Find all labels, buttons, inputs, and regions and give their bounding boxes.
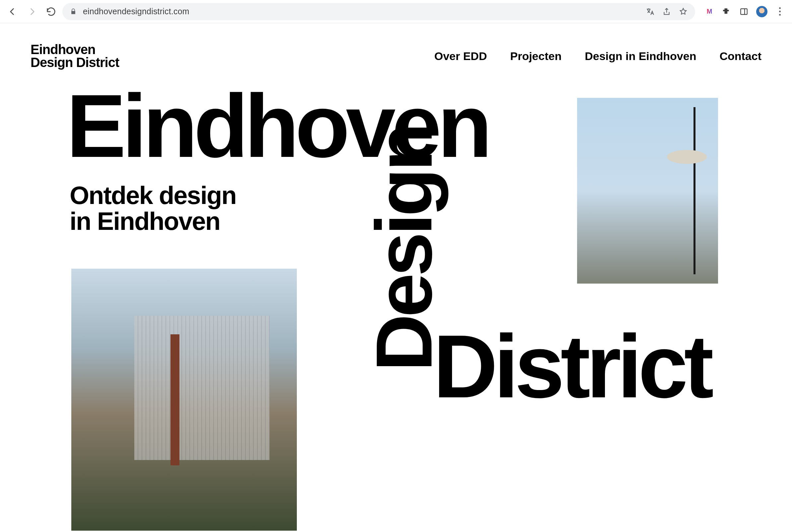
arrow-left-icon <box>7 7 18 17</box>
lock-icon <box>70 8 77 15</box>
share-icon[interactable] <box>662 7 671 16</box>
nav-buttons <box>7 6 56 17</box>
hero-image-buildings <box>71 269 297 531</box>
main-nav: Over EDD Projecten Design in Eindhoven C… <box>434 50 762 63</box>
url-text: eindhovendesigndistrict.com <box>83 7 639 16</box>
nav-over-edd[interactable]: Over EDD <box>434 50 487 63</box>
page-content: Eindhoven Design District Over EDD Proje… <box>0 23 792 532</box>
browser-menu-button[interactable] <box>775 7 785 17</box>
reload-icon <box>46 7 56 17</box>
logo-line-2: Design District <box>31 56 119 69</box>
profile-avatar[interactable] <box>756 6 768 17</box>
browser-chrome: eindhovendesigndistrict.com M <box>0 0 792 23</box>
reload-button[interactable] <box>46 6 56 17</box>
side-panel-icon[interactable] <box>739 7 749 17</box>
nav-projecten[interactable]: Projecten <box>510 50 561 63</box>
site-header: Eindhoven Design District Over EDD Proje… <box>31 43 761 69</box>
hero-subheading: Ontdek design in Eindhoven <box>70 183 236 234</box>
back-button[interactable] <box>7 6 18 17</box>
toolbar-right: M <box>704 6 785 17</box>
nav-contact[interactable]: Contact <box>719 50 761 63</box>
extensions-icon[interactable] <box>722 7 732 17</box>
hero-image-streetlight <box>577 98 718 284</box>
logo-line-1: Eindhoven <box>31 43 119 56</box>
omnibox-actions <box>645 7 688 16</box>
svg-rect-0 <box>740 8 747 14</box>
nav-design-in-eindhoven[interactable]: Design in Eindhoven <box>585 50 696 63</box>
address-bar[interactable]: eindhovendesigndistrict.com <box>62 3 695 20</box>
sub-line-2: in Eindhoven <box>70 208 236 234</box>
hero-word-design: Design <box>370 126 438 372</box>
translate-icon[interactable] <box>645 7 655 16</box>
sub-line-1: Ontdek design <box>70 183 236 208</box>
arrow-right-icon <box>27 7 37 17</box>
hero-word-district: District <box>433 328 710 405</box>
forward-button[interactable] <box>26 6 37 17</box>
site-logo[interactable]: Eindhoven Design District <box>31 43 119 69</box>
extension-m-icon[interactable]: M <box>704 7 714 17</box>
bookmark-star-icon[interactable] <box>679 7 688 16</box>
